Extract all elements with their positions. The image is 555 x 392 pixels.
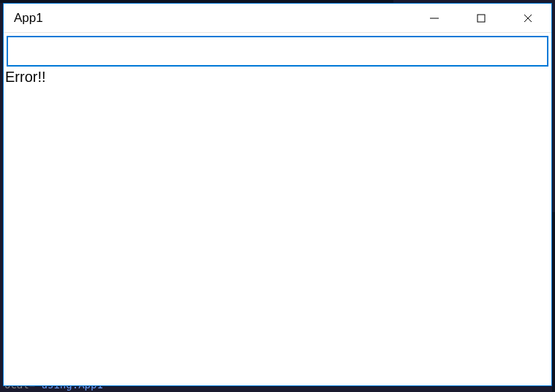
minimize-button[interactable] [411,4,458,32]
app-window: App1 Error!! [3,3,552,386]
maximize-icon [476,13,486,23]
titlebar[interactable]: App1 [4,4,551,33]
close-icon [523,13,533,23]
maximize-button[interactable] [458,4,505,32]
close-button[interactable] [505,4,551,32]
status-text: Error!! [4,68,551,86]
background-strip-right [552,212,555,392]
client-area: Error!! [4,33,551,86]
window-title: App1 [4,11,43,26]
text-input[interactable] [7,36,548,67]
window-controls [411,4,551,32]
minimize-icon [429,13,439,23]
svg-rect-1 [477,15,485,22]
